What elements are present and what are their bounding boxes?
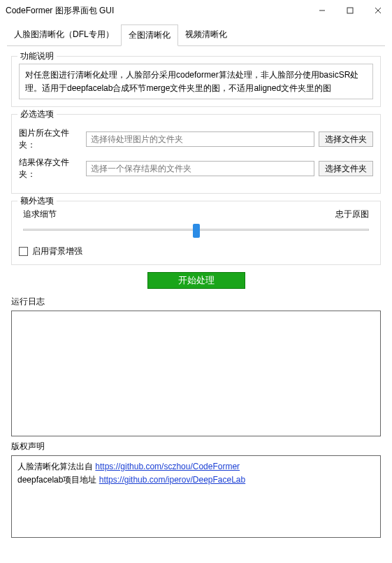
title-bar: CodeFormer 图形界面包 GUI (0, 0, 392, 21)
bg-enhance-checkbox[interactable] (19, 247, 28, 256)
close-button[interactable] (364, 0, 392, 21)
output-folder-field[interactable] (86, 161, 314, 176)
log-title: 运行日志 (11, 296, 381, 308)
output-folder-label: 结果保存文件夹： (19, 157, 82, 180)
slider-labels: 追求细节 忠于原图 (23, 208, 369, 220)
input-folder-field[interactable] (86, 131, 314, 147)
group-extra: 额外选项 追求细节 忠于原图 启用背景增强 (11, 201, 381, 265)
bg-enhance-label: 启用背景增强 (32, 245, 82, 257)
bg-enhance-row: 启用背景增强 (19, 245, 373, 257)
group-extra-title: 额外选项 (17, 195, 57, 207)
maximize-button[interactable] (336, 0, 364, 21)
row-input-folder: 图片所在文件夹： 选择文件夹 (19, 127, 373, 151)
copyright-line-1: 人脸清晰化算法出自 https://github.com/sczhou/Code… (17, 460, 375, 473)
tab-video[interactable]: 视频清晰化 (178, 24, 234, 46)
window-controls (308, 0, 392, 21)
tab-dfl[interactable]: 人脸图清晰化（DFL专用） (7, 24, 121, 46)
copyright-line-2-prefix: deepfacelab项目地址 (17, 475, 99, 485)
tab-whole-image[interactable]: 全图清晰化 (121, 24, 178, 46)
browse-input-button[interactable]: 选择文件夹 (319, 131, 373, 147)
input-folder-label: 图片所在文件夹： (19, 127, 82, 151)
group-required-title: 必选选项 (17, 108, 57, 120)
link-codeformer[interactable]: https://github.com/sczhou/CodeFormer (95, 462, 240, 471)
start-button[interactable]: 开始处理 (147, 272, 245, 289)
svg-rect-1 (347, 8, 353, 13)
log-textarea[interactable] (11, 311, 381, 436)
tabs: 人脸图清晰化（DFL专用） 全图清晰化 视频清晰化 (7, 24, 385, 46)
minimize-button[interactable] (308, 0, 336, 21)
group-description-title: 功能说明 (17, 50, 57, 62)
fidelity-slider[interactable] (23, 222, 369, 237)
group-description: 功能说明 对任意图进行清晰化处理，人脸部分采用codeformer算法处理，非人… (11, 56, 381, 107)
copyright-line-2: deepfacelab项目地址 https://github.com/ipero… (17, 473, 375, 487)
copyright-line-1-prefix: 人脸清晰化算法出自 (17, 462, 95, 471)
browse-output-button[interactable]: 选择文件夹 (319, 161, 373, 176)
slider-label-right: 忠于原图 (335, 208, 369, 220)
copyright-box: 人脸清晰化算法出自 https://github.com/sczhou/Code… (11, 455, 381, 538)
group-required: 必选选项 图片所在文件夹： 选择文件夹 结果保存文件夹： 选择文件夹 (11, 114, 381, 194)
slider-label-left: 追求细节 (23, 208, 57, 220)
copyright-title: 版权声明 (11, 441, 381, 452)
window-title: CodeFormer 图形界面包 GUI (6, 5, 308, 17)
slider-thumb[interactable] (193, 224, 200, 238)
description-text: 对任意图进行清晰化处理，人脸部分采用codeformer算法处理，非人脸部分使用… (19, 64, 373, 99)
link-deepfacelab[interactable]: https://github.com/iperov/DeepFaceLab (99, 475, 245, 485)
content-area: 人脸图清晰化（DFL专用） 全图清晰化 视频清晰化 功能说明 对任意图进行清晰化… (0, 21, 392, 549)
row-output-folder: 结果保存文件夹： 选择文件夹 (19, 157, 373, 180)
